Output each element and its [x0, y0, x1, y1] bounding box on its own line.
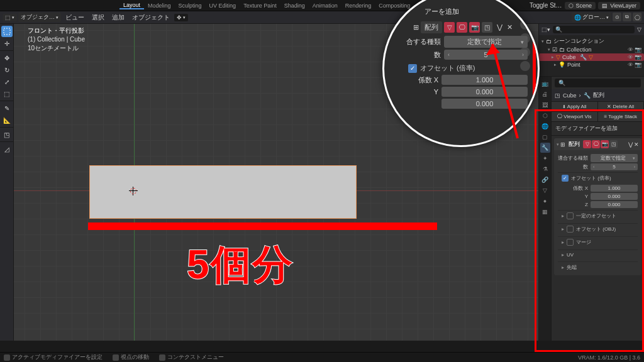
- tool-rotate[interactable]: ↻: [1, 64, 13, 75]
- add-modifier-button[interactable]: モディファイアーを追加: [552, 122, 644, 136]
- workspace-tab-animation[interactable]: Animation: [309, 3, 341, 9]
- render-icon[interactable]: 📷: [635, 47, 641, 53]
- mod-edit-mode-icon[interactable]: ▽: [583, 140, 591, 148]
- menu-file[interactable]: ファイル: [15, 1, 45, 9]
- collection-row[interactable]: ▾☑🗀 Collection 👁📷: [541, 46, 641, 53]
- eye-icon[interactable]: 👁: [628, 62, 633, 68]
- outliner-type-icon[interactable]: ⬚▾: [541, 26, 550, 33]
- constant-offset-section[interactable]: 一定のオフセット: [576, 212, 616, 219]
- tab-physics-icon[interactable]: ⚗: [540, 164, 550, 174]
- mod-dropdown-icon[interactable]: ⋁: [628, 141, 633, 148]
- workspace-tab-texpaint[interactable]: Texture Paint: [240, 3, 280, 9]
- cap-section[interactable]: 先端: [567, 264, 577, 271]
- tool-shear[interactable]: ◿: [1, 143, 13, 155]
- tab-render-icon[interactable]: 📺: [540, 79, 550, 89]
- workspace-tab-layout[interactable]: Layout: [119, 2, 144, 9]
- mode-selector[interactable]: オブジェク…▾: [18, 13, 61, 22]
- proportional-icon[interactable]: ◯: [633, 13, 641, 21]
- render-icon[interactable]: 📷: [635, 54, 641, 60]
- collapse-icon[interactable]: ▾: [557, 142, 559, 147]
- header-menu-add[interactable]: 追加: [109, 13, 128, 22]
- orientation-selector[interactable]: 🌐 グロー…▾: [572, 13, 611, 22]
- toggle-stack-button[interactable]: Toggle St…: [530, 2, 562, 9]
- tab-world-icon[interactable]: 🌐: [540, 121, 550, 131]
- tab-viewlayer-icon[interactable]: 🖼: [540, 100, 550, 110]
- tool-cursor[interactable]: ✛: [1, 38, 13, 49]
- header-menu-object[interactable]: オブジェクト: [129, 13, 173, 22]
- properties-search[interactable]: 🔍: [555, 79, 641, 87]
- tool-measure[interactable]: 📐: [1, 114, 13, 126]
- factor-y-label: Y: [558, 194, 588, 199]
- filter-icon[interactable]: ▽: [637, 26, 641, 33]
- header-menu-view[interactable]: ビュー: [62, 13, 87, 22]
- relative-offset-checkbox[interactable]: ✓: [562, 175, 569, 182]
- tool-move[interactable]: ✥: [1, 52, 13, 63]
- tab-modifier-icon[interactable]: 🔧: [540, 143, 550, 153]
- count-input[interactable]: ‹5›: [591, 163, 638, 170]
- tab-data-icon[interactable]: ▽: [540, 185, 550, 195]
- editor-type-selector[interactable]: ⬚▾: [3, 14, 17, 21]
- workspace-tab-shading[interactable]: Shading: [280, 3, 309, 9]
- breadcrumb-object[interactable]: Cube: [563, 92, 577, 99]
- modifier-badge-icon: 🔧: [580, 54, 587, 60]
- tool-select-box[interactable]: [1, 26, 13, 37]
- outliner-item-cube[interactable]: ▸▽ Cube 🔧 ▽ 👁📷: [539, 53, 644, 61]
- tab-material-icon[interactable]: ●: [540, 196, 550, 206]
- header-menu-select[interactable]: 選択: [89, 13, 108, 22]
- viewlayer-selector[interactable]: ▤ ViewLayer: [598, 2, 640, 9]
- viewport-header: ⬚▾ オブジェク…▾ ビュー 選択 追加 オブジェクト ✥▾ 🌐 グロー…▾ ⊙…: [0, 11, 644, 24]
- snap-icon[interactable]: ⧉: [623, 13, 631, 21]
- outliner-item-label: Point: [567, 62, 580, 68]
- tool-add-cube[interactable]: ◳: [1, 129, 13, 140]
- scene-collection-row[interactable]: ▾🗀 シーンコレクション: [541, 36, 641, 46]
- menu-edit[interactable]: 編集: [45, 1, 64, 9]
- pivot-icon[interactable]: ⊙: [613, 13, 621, 21]
- eye-icon[interactable]: 👁: [628, 47, 633, 53]
- tool-transform[interactable]: ⬚: [1, 88, 13, 99]
- tab-constraints-icon[interactable]: 🔗: [540, 175, 550, 185]
- tool-scale[interactable]: ⤢: [1, 76, 13, 87]
- fit-type-select[interactable]: 定数で指定▾: [591, 154, 638, 162]
- mod-realtime-icon[interactable]: 🖵: [592, 140, 600, 148]
- collection-object-label: (1) Collection | Cube: [28, 35, 85, 44]
- object-offset-section[interactable]: オフセット (OBJ): [576, 226, 616, 233]
- mod-cage-icon[interactable]: ◳: [609, 140, 618, 148]
- workspace-tab-uv[interactable]: UV Editing: [206, 3, 240, 9]
- modifier-name[interactable]: 配列: [567, 140, 582, 148]
- apply-all-button[interactable]: ⬇ Apply All: [552, 102, 598, 111]
- tab-object-icon[interactable]: ▢: [540, 132, 550, 142]
- scene-label: Scene: [576, 3, 592, 9]
- render-icon[interactable]: 📷: [635, 62, 641, 68]
- workspace-tab-compositing[interactable]: Compositing: [375, 3, 414, 9]
- menu-render[interactable]: レンダー: [64, 1, 94, 9]
- uv-section[interactable]: UV: [567, 252, 574, 258]
- outliner-item-label: Cube: [562, 54, 576, 60]
- tool-annotate[interactable]: ✎: [1, 102, 13, 114]
- properties-panel: 📺 🖨 🖼 ⬡ 🌐 ▢ 🔧 ✦ ⚗ 🔗 ▽ ● ▦ 🔍 ◳ Cube ›: [539, 77, 644, 341]
- viewport-vis-button[interactable]: 🖵 Viewport Vis: [552, 112, 598, 121]
- array-modifier-icon: ⊞: [560, 141, 565, 148]
- toggle-stack-button[interactable]: ≡ Toggle Stack: [598, 112, 645, 121]
- factor-y-input[interactable]: 0.000: [591, 193, 638, 200]
- outliner-search[interactable]: 🔍: [553, 26, 635, 33]
- tab-particles-icon[interactable]: ✦: [540, 153, 550, 163]
- zoom-factor-y-label: Y: [403, 88, 438, 96]
- scene-selector[interactable]: ⬡ Scene: [565, 2, 596, 9]
- factor-z-input[interactable]: 0.000: [591, 201, 638, 208]
- breadcrumb-modifier[interactable]: 配列: [593, 91, 604, 99]
- tab-scene-icon[interactable]: ⬡: [540, 111, 550, 121]
- cursor-tool-icon[interactable]: ✥▾: [174, 14, 188, 21]
- mod-render-icon[interactable]: 📷: [601, 140, 609, 148]
- merge-section[interactable]: マージ: [576, 239, 591, 246]
- outliner-item-point[interactable]: ▸💡 Point 👁📷: [541, 61, 641, 69]
- delete-all-button[interactable]: ✕ Delete All: [598, 102, 645, 111]
- factor-x-input[interactable]: 1.000: [591, 185, 638, 192]
- workspace-tab-rendering[interactable]: Rendering: [341, 3, 375, 9]
- scene-icon: ⬡: [569, 3, 574, 9]
- workspace-tab-modeling[interactable]: Modeling: [144, 3, 175, 9]
- eye-icon[interactable]: 👁: [628, 54, 633, 60]
- tab-texture-icon[interactable]: ▦: [540, 207, 550, 217]
- workspace-tab-sculpting[interactable]: Sculpting: [175, 3, 206, 9]
- tab-output-icon[interactable]: 🖨: [540, 89, 550, 99]
- mod-close-icon[interactable]: ✕: [634, 141, 639, 148]
